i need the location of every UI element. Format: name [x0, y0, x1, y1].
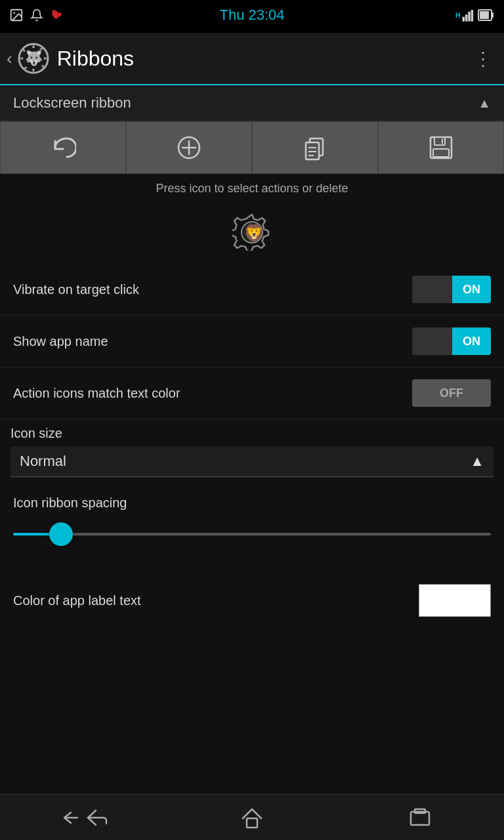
- color-label-text-row: Color of app label text: [0, 571, 504, 630]
- signal-icon: H: [455, 8, 474, 26]
- svg-text:H: H: [455, 11, 461, 19]
- action-icons-label: Action icons match text color: [13, 386, 180, 401]
- nav-home-button[interactable]: [226, 801, 278, 834]
- bell-icon: [30, 8, 43, 26]
- svg-rect-6: [471, 10, 474, 22]
- svg-rect-4: [465, 14, 468, 22]
- lockscreen-dropdown-arrow: ▲: [478, 96, 491, 111]
- icon-size-row: Icon size Normal ▲: [0, 419, 504, 486]
- lockscreen-section-label: Lockscreen ribbon: [13, 94, 131, 112]
- icon-size-label: Icon size: [10, 426, 494, 441]
- show-app-name-row: Show app name ON: [0, 316, 504, 368]
- svg-rect-5: [468, 11, 471, 21]
- center-logo: 🦁: [0, 202, 504, 264]
- status-time: Thu 23:04: [219, 7, 284, 24]
- svg-rect-21: [434, 137, 445, 145]
- bottom-nav: ←: [0, 794, 504, 840]
- svg-rect-9: [492, 12, 494, 18]
- action-icons-match-text-row: Action icons match text color OFF: [0, 368, 504, 419]
- color-swatch[interactable]: [419, 584, 491, 617]
- svg-point-1: [13, 12, 15, 14]
- show-app-name-toggle[interactable]: ON: [412, 327, 491, 355]
- status-right-icons: H: [455, 8, 495, 26]
- nav-recents-button[interactable]: [394, 801, 446, 834]
- svg-rect-26: [247, 818, 257, 828]
- svg-text:🦁: 🦁: [243, 222, 265, 243]
- undo-button[interactable]: [0, 121, 126, 174]
- vibrate-toggle-on-text: ON: [452, 276, 491, 303]
- show-app-name-on-text: ON: [452, 327, 491, 355]
- back-button[interactable]: ‹: [7, 49, 12, 69]
- save-button[interactable]: [378, 121, 504, 174]
- nav-back-button[interactable]: ←: [58, 801, 110, 834]
- main-content: Lockscreen ribbon ▲: [0, 85, 504, 794]
- lockscreen-section-header[interactable]: Lockscreen ribbon ▲: [0, 85, 504, 121]
- action-icons-toggle[interactable]: OFF: [412, 379, 491, 407]
- show-app-name-label: Show app name: [13, 334, 108, 349]
- app-logo: 🐺: [16, 41, 51, 75]
- app-bar: ‹ 🐺 Ribbons ⋮: [0, 33, 504, 85]
- svg-text:🐺: 🐺: [25, 49, 43, 67]
- svg-rect-3: [463, 16, 465, 21]
- hint-text: Press icon to select actions or delete: [0, 174, 504, 202]
- svg-rect-8: [480, 11, 489, 19]
- vibrate-on-target-click-toggle[interactable]: ON: [412, 276, 491, 303]
- color-label-text-label: Color of app label text: [13, 593, 141, 608]
- image-icon: [9, 8, 24, 26]
- vibrate-on-target-click-label: Vibrate on target click: [13, 282, 139, 297]
- horse-icon: [50, 8, 64, 26]
- app-title: Ribbons: [57, 47, 469, 71]
- more-menu-button[interactable]: ⋮: [469, 48, 497, 70]
- vibrate-on-target-click-row: Vibrate on target click ON: [0, 264, 504, 316]
- icon-size-arrow: ▲: [470, 453, 484, 470]
- battery-icon: [478, 8, 495, 26]
- add-button[interactable]: [126, 121, 252, 174]
- icon-size-value: Normal: [20, 453, 66, 470]
- copy-button[interactable]: [252, 121, 378, 174]
- status-left-icons: [9, 8, 64, 26]
- svg-rect-22: [433, 149, 449, 157]
- status-bar: Thu 23:04 H: [0, 0, 504, 33]
- action-icons-off-text: OFF: [412, 379, 491, 407]
- icon-buttons-row: [0, 121, 504, 174]
- icon-ribbon-spacing-label: Icon ribbon spacing: [13, 495, 491, 511]
- icon-ribbon-spacing-row: Icon ribbon spacing: [0, 486, 504, 571]
- icon-size-dropdown[interactable]: Normal ▲: [10, 446, 494, 477]
